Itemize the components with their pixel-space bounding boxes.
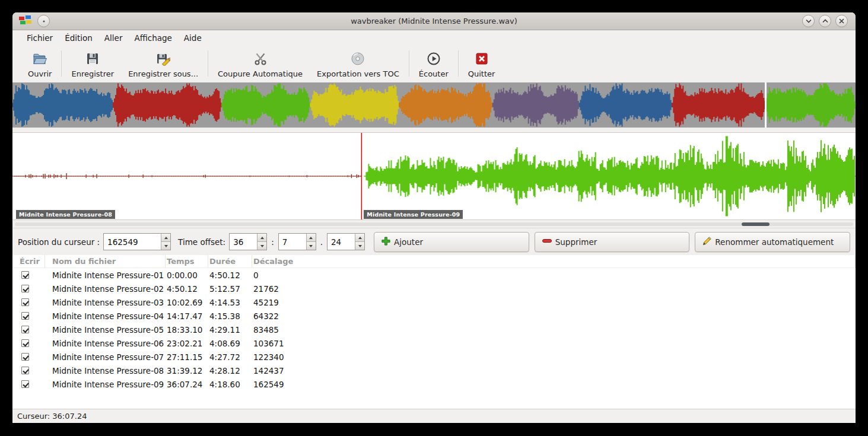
minimize-button[interactable] bbox=[802, 15, 815, 27]
save-as-label: Enregistrer sous... bbox=[128, 69, 198, 78]
table-row[interactable]: Midnite Intense Pressure-01 0:00.00 4:50… bbox=[12, 268, 856, 282]
track-offset-cell: 64322 bbox=[252, 309, 856, 323]
save-icon bbox=[85, 52, 100, 68]
time-offset-minutes-input[interactable] bbox=[230, 234, 257, 250]
play-button[interactable]: Écouter bbox=[412, 47, 456, 79]
overview-waveform[interactable] bbox=[12, 82, 856, 128]
window-menu-button[interactable] bbox=[37, 15, 50, 27]
menu-item[interactable]: Affichage bbox=[128, 31, 177, 44]
spin-up-button[interactable] bbox=[355, 234, 364, 242]
time-offset-seconds-input[interactable] bbox=[279, 234, 306, 250]
time-offset-frames-spinbox bbox=[327, 233, 365, 250]
track-name-cell: Midnite Intense Pressure-01 bbox=[45, 268, 166, 282]
menu-item[interactable]: Fichier bbox=[21, 31, 59, 44]
save-as-button[interactable]: Enregistrer sous... bbox=[121, 47, 205, 79]
play-icon bbox=[427, 52, 441, 68]
scrollbar-trough[interactable] bbox=[15, 222, 853, 226]
track-offset-cell: 142437 bbox=[252, 364, 856, 377]
time-separator-dot: . bbox=[320, 237, 323, 247]
pencil-icon bbox=[702, 236, 712, 248]
write-checkbox[interactable] bbox=[21, 298, 29, 306]
menu-item[interactable]: Aller bbox=[98, 31, 129, 44]
track-table-header: Écrir Nom du fichier Temps Durée Décalag… bbox=[12, 255, 856, 268]
open-label: Ouvrir bbox=[28, 69, 52, 78]
open-button[interactable]: Ouvrir bbox=[21, 47, 59, 79]
write-checkbox[interactable] bbox=[21, 312, 29, 320]
toolbar-separator bbox=[208, 50, 208, 77]
waveform-gap bbox=[12, 128, 856, 132]
track-offset-cell: 122340 bbox=[252, 350, 856, 364]
menu-item[interactable]: Aide bbox=[178, 31, 208, 44]
export-toc-button[interactable]: Exportation vers TOC bbox=[310, 47, 406, 79]
header-offset[interactable]: Décalage bbox=[252, 255, 856, 268]
delete-label: Supprimer bbox=[555, 237, 597, 247]
auto-split-button[interactable]: Coupure Automatique bbox=[211, 47, 310, 79]
auto-split-label: Coupure Automatique bbox=[218, 69, 303, 78]
track-time-cell: 23:02.21 bbox=[166, 336, 208, 350]
quit-icon bbox=[475, 52, 489, 68]
quit-button[interactable]: Quitter bbox=[461, 47, 503, 79]
track-offset-cell: 103671 bbox=[252, 336, 856, 350]
header-time[interactable]: Temps bbox=[166, 255, 208, 268]
table-row[interactable]: Midnite Intense Pressure-09 36:07.24 4:1… bbox=[12, 377, 856, 391]
write-checkbox[interactable] bbox=[21, 326, 29, 333]
write-checkbox[interactable] bbox=[21, 353, 29, 361]
table-row[interactable]: Midnite Intense Pressure-03 10:02.69 4:1… bbox=[12, 295, 856, 309]
track-duration-cell: 4:08.69 bbox=[208, 336, 252, 350]
table-row[interactable]: Midnite Intense Pressure-08 31:39.12 4:2… bbox=[12, 364, 856, 377]
horizontal-scrollbar[interactable] bbox=[12, 220, 856, 228]
table-row[interactable]: Midnite Intense Pressure-02 4:50.12 5:12… bbox=[12, 282, 856, 295]
track-label-right: Midnite Intense Pressure-09 bbox=[364, 210, 463, 219]
header-filename[interactable]: Nom du fichier bbox=[45, 255, 166, 268]
delete-button[interactable]: Supprimer bbox=[535, 232, 690, 252]
cursor-position-input[interactable] bbox=[104, 234, 161, 250]
cursor-status-text: Curseur: 36:07.24 bbox=[17, 412, 87, 421]
time-separator-colon: : bbox=[271, 237, 275, 247]
spin-down-button[interactable] bbox=[161, 242, 170, 250]
header-write[interactable]: Écrir bbox=[12, 255, 45, 268]
maximize-button[interactable] bbox=[819, 15, 831, 27]
menu-item[interactable]: Édition bbox=[59, 31, 98, 44]
track-time-cell: 18:33.10 bbox=[166, 323, 208, 336]
write-checkbox[interactable] bbox=[21, 285, 29, 292]
track-time-cell: 27:11.15 bbox=[166, 350, 208, 364]
track-offset-cell: 45219 bbox=[252, 295, 856, 309]
titlebar[interactable]: wavbreaker (Midnite Intense Pressure.wav… bbox=[12, 12, 856, 30]
track-duration-cell: 4:14.53 bbox=[208, 295, 252, 309]
write-checkbox[interactable] bbox=[21, 380, 29, 388]
spin-down-button[interactable] bbox=[307, 242, 316, 250]
time-offset-frames-input[interactable] bbox=[328, 234, 355, 250]
write-checkbox[interactable] bbox=[21, 339, 29, 347]
table-row[interactable]: Midnite Intense Pressure-05 18:33.10 4:2… bbox=[12, 323, 856, 336]
table-row[interactable]: Midnite Intense Pressure-07 27:11.15 4:2… bbox=[12, 350, 856, 364]
track-name-cell: Midnite Intense Pressure-06 bbox=[45, 336, 166, 350]
time-offset-seconds-spinbox bbox=[278, 233, 316, 250]
auto-rename-button[interactable]: Renommer automatiquement bbox=[695, 232, 850, 252]
export-toc-label: Exportation vers TOC bbox=[317, 69, 399, 78]
save-button[interactable]: Enregistrer bbox=[64, 47, 121, 79]
time-offset-minutes-spinbox bbox=[229, 233, 267, 250]
close-button[interactable] bbox=[835, 15, 848, 27]
header-duration[interactable]: Durée bbox=[208, 255, 252, 268]
track-duration-cell: 4:15.38 bbox=[208, 309, 252, 323]
add-button[interactable]: Ajouter bbox=[374, 232, 529, 252]
minus-icon bbox=[542, 235, 552, 248]
write-checkbox[interactable] bbox=[21, 271, 29, 279]
table-row[interactable]: Midnite Intense Pressure-04 14:17.47 4:1… bbox=[12, 309, 856, 323]
save-label: Enregistrer bbox=[71, 69, 114, 78]
write-checkbox[interactable] bbox=[21, 367, 29, 374]
track-duration-cell: 4:27.72 bbox=[208, 350, 252, 364]
spin-up-button[interactable] bbox=[307, 234, 316, 242]
track-offset-cell: 162549 bbox=[252, 377, 856, 391]
spin-up-button[interactable] bbox=[257, 234, 266, 242]
toolbar: Ouvrir Enregistrer bbox=[12, 46, 856, 82]
spin-up-button[interactable] bbox=[161, 234, 170, 242]
table-row[interactable]: Midnite Intense Pressure-06 23:02.21 4:0… bbox=[12, 336, 856, 350]
spin-down-button[interactable] bbox=[257, 242, 266, 250]
detail-waveform[interactable]: Midnite Intense Pressure-08 Midnite Inte… bbox=[12, 132, 856, 220]
cursor-position-label: Position du curseur : bbox=[18, 237, 100, 247]
wavbreaker-window: wavbreaker (Midnite Intense Pressure.wav… bbox=[12, 12, 856, 423]
spin-down-button[interactable] bbox=[355, 242, 364, 250]
open-icon bbox=[32, 52, 47, 68]
scrollbar-thumb[interactable] bbox=[742, 222, 770, 226]
